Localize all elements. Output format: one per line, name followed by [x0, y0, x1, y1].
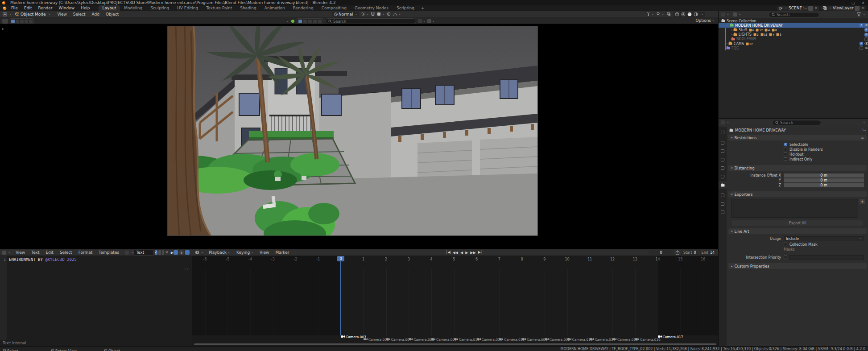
unlink-text-button[interactable]: ✕ — [165, 250, 169, 255]
camera-marker[interactable]: Camera.016 — [635, 338, 661, 342]
intersection-priority-slider[interactable] — [789, 255, 864, 260]
new-collection-button[interactable] — [733, 12, 741, 17]
tab-sculpting[interactable]: Sculpting — [146, 5, 173, 11]
properties-tab-collection[interactable] — [719, 181, 727, 189]
camera-marker[interactable]: Camera.006 — [364, 338, 389, 342]
selectable-checkbox[interactable] — [784, 143, 787, 146]
camera-marker[interactable]: Camera.015 — [612, 338, 638, 342]
mesh-filter-icon[interactable] — [291, 19, 295, 23]
collection-mask-checkbox[interactable] — [784, 243, 787, 246]
camera-marker[interactable]: Camera.003 — [341, 335, 366, 339]
camera-marker[interactable]: Camera.010 — [454, 338, 479, 342]
usage-dropdown[interactable]: Include — [784, 236, 864, 241]
exporters-list[interactable] — [731, 199, 858, 218]
filter-icon[interactable] — [298, 20, 302, 23]
transform-orientation-dropdown[interactable]: Normal — [332, 12, 359, 17]
export-all-button[interactable]: Export All — [731, 220, 864, 226]
indirect-only-checkbox[interactable] — [784, 157, 787, 161]
pin-icon[interactable]: ⤿ — [803, 6, 807, 11]
properties-tab-scene[interactable] — [719, 164, 727, 172]
close-button[interactable]: ✕ — [858, 1, 868, 5]
shading-rendered-button[interactable] — [694, 12, 698, 17]
viewport-menu-add[interactable]: Add — [89, 12, 103, 17]
viewport-menu-object[interactable]: Object — [103, 12, 122, 17]
properties-tab-modifiers[interactable] — [719, 200, 727, 207]
scene-selector[interactable]: SCENE ⤿ ✕ — [777, 6, 819, 11]
collection-exclude-checkbox[interactable] — [864, 28, 868, 32]
new-view-layer-button[interactable] — [855, 6, 860, 11]
editor-type-button[interactable] — [195, 250, 204, 255]
code-line[interactable]: ENVIRONMENT BY @KYLEC3D 2025 — [9, 257, 77, 262]
camera-marker[interactable]: Camera.007 — [386, 338, 412, 342]
tab-modeling[interactable]: Modeling — [120, 5, 146, 11]
timeline-menu-playback[interactable]: Playback — [206, 250, 233, 255]
outliner-row[interactable]: ⌄MODERN HOME DRIVEWAY — [719, 23, 868, 28]
instance-offset-field[interactable]: 0 m — [784, 178, 864, 182]
viewport-menu-select[interactable]: Select — [70, 12, 89, 17]
tab-texture-paint[interactable]: Texture Paint — [202, 5, 236, 11]
viewport-3d[interactable]: ▸ — [0, 24, 718, 249]
active-tool-button[interactable] — [2, 19, 8, 24]
open-text-button[interactable] — [162, 250, 165, 255]
camera-marker[interactable]: Camera.008 — [409, 338, 434, 342]
pin-icon[interactable]: ⤿ — [863, 128, 866, 132]
tab-layout[interactable]: Layout — [99, 5, 120, 11]
collection-exclude-checkbox[interactable] — [860, 46, 863, 50]
shading-solid-button[interactable] — [681, 12, 686, 17]
transform-option-icon[interactable] — [11, 20, 15, 23]
outliner-row[interactable]: FOG — [719, 46, 868, 50]
timeline-menu-view[interactable]: View — [256, 250, 272, 255]
viewport-search-input[interactable]: Search — [325, 18, 416, 24]
collection-exclude-checkbox[interactable] — [860, 42, 863, 45]
camera-marker[interactable]: Camera.014 — [590, 338, 615, 342]
tool-option-icon[interactable] — [25, 20, 28, 23]
camera-marker[interactable]: Camera.013 — [567, 338, 593, 342]
tool-option-icon[interactable] — [29, 20, 33, 23]
line-numbers-toggle[interactable] — [174, 250, 178, 255]
camera-marker[interactable]: Camera.009 — [431, 338, 457, 342]
holdout-checkbox[interactable] — [784, 153, 787, 156]
panel-exporters-header[interactable]: ▾Exporters — [728, 191, 867, 197]
playhead[interactable] — [340, 256, 341, 335]
properties-tab-output[interactable] — [719, 147, 727, 155]
text-menu-templates[interactable]: Templates — [95, 250, 122, 255]
jump-to-end-button[interactable]: ▶⏐ — [478, 250, 483, 255]
panel-menu-icon[interactable]: ≡ — [861, 136, 864, 140]
tab-rendering[interactable]: Rendering — [289, 5, 318, 11]
outliner-display-mode-dropdown[interactable] — [721, 12, 729, 17]
unlink-scene-icon[interactable]: ✕ — [814, 6, 818, 10]
instance-offset-field[interactable]: 0 m — [784, 183, 864, 187]
timeline-scrollbar[interactable] — [194, 343, 716, 345]
hide-in-viewport-icon[interactable] — [864, 42, 868, 46]
tool-option-icon[interactable] — [20, 20, 24, 23]
collection-exclude-checkbox[interactable] — [864, 37, 868, 41]
falloff-dropdown[interactable] — [393, 12, 401, 17]
properties-editor-type-button[interactable] — [721, 120, 729, 124]
syntax-highlight-toggle[interactable] — [185, 250, 190, 255]
panel-distancing-header[interactable]: ▾Distancing — [728, 165, 867, 171]
auto-keying-toggle[interactable] — [675, 250, 680, 255]
editor-type-button[interactable] — [2, 250, 11, 255]
properties-tab-view-layer[interactable] — [719, 156, 727, 163]
text-menu-view[interactable]: View — [12, 250, 28, 255]
toolbar-expand-arrow[interactable]: ▸ — [2, 27, 4, 31]
menu-render[interactable]: Render — [35, 6, 56, 10]
tab-compositing[interactable]: Compositing — [318, 5, 351, 11]
properties-options-dropdown[interactable] — [862, 120, 865, 124]
hide-in-viewport-icon[interactable] — [864, 24, 868, 28]
tab-uv-editing[interactable]: UV Editing — [173, 5, 202, 11]
mode-selector[interactable]: Object Mode — [15, 12, 51, 17]
next-keyframe-button[interactable]: ▶▶ — [470, 251, 475, 255]
current-frame-field[interactable]: 0 — [649, 250, 674, 255]
camera-marker[interactable]: Camera.011 — [477, 338, 502, 342]
camera-marker[interactable]: Camera.001 — [522, 338, 547, 342]
tool-option-icon[interactable] — [16, 20, 19, 23]
fake-user-toggle[interactable]: ✓ — [155, 250, 157, 255]
expand-icon[interactable]: › — [731, 28, 732, 32]
timeline-menu-keying[interactable]: Keying — [233, 250, 256, 255]
expand-icon[interactable]: › — [726, 42, 727, 45]
menu-file[interactable]: File — [8, 6, 21, 10]
outliner-row[interactable]: ›LIGHTS21643 — [719, 33, 868, 37]
add-workspace-button[interactable]: + — [418, 6, 427, 10]
panel-custom-properties-header[interactable]: ▸Custom Properties — [728, 263, 867, 269]
